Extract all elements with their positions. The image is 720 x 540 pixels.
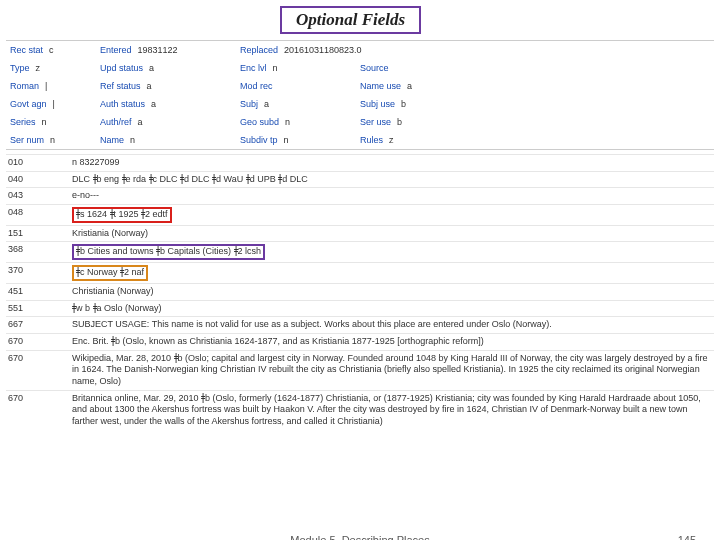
fixed-field-value: 19831122 [138, 45, 178, 55]
fixed-field-value: a [147, 81, 152, 91]
fixed-field-value: 20161031180823.0 [284, 45, 362, 55]
field-data: ǂc Norway ǂ2 naf [72, 265, 714, 281]
fixed-field-value: n [285, 117, 290, 127]
fixed-field-label: Name use [360, 81, 401, 91]
variable-field-row: 670Britannica online, Mar. 29, 2010 ǂb (… [6, 390, 714, 430]
fixed-field-cell: Govt agn| [6, 95, 96, 113]
fixed-field-cell: Rec statc [6, 41, 96, 59]
field-tag: 551 [6, 303, 40, 313]
fixed-field-label: Auth/ref [100, 117, 132, 127]
fixed-field-label: Upd status [100, 63, 143, 73]
fixed-field-value: a [264, 99, 269, 109]
fixed-field-label: Ref status [100, 81, 141, 91]
section-title: Optional Fields [280, 6, 421, 34]
field-tag: 040 [6, 174, 40, 184]
fixed-field-label: Type [10, 63, 30, 73]
fixed-field-label: Name [100, 135, 124, 145]
fixed-field-label: Replaced [240, 45, 278, 55]
variable-field-row: 043e-no--- [6, 187, 714, 204]
fixed-field-value: z [36, 63, 41, 73]
footer-module: Module 5. Describing Places [290, 534, 429, 540]
fixed-field-cell: Mod rec [236, 77, 356, 95]
variable-field-row: 151Kristiania (Norway) [6, 225, 714, 242]
fixed-field-row: Govt agn|Auth statusaSubjaSubj useb [6, 95, 714, 113]
field-data: SUBJECT USAGE: This name is not valid fo… [72, 319, 714, 331]
fixed-field-cell: Upd statusa [96, 59, 236, 77]
fixed-field-label: Rules [360, 135, 383, 145]
fixed-field-value: n [273, 63, 278, 73]
fixed-field-value: a [407, 81, 412, 91]
field-data: n 83227099 [72, 157, 714, 169]
field-tag: 670 [6, 336, 40, 346]
variable-field-row: 010n 83227099 [6, 154, 714, 171]
fixed-field-value: a [138, 117, 143, 127]
fixed-field-cell: Enc lvln [236, 59, 356, 77]
fixed-field-label: Ser use [360, 117, 391, 127]
fixed-field-cell: Source [356, 59, 476, 77]
fixed-field-label: Source [360, 63, 389, 73]
fixed-field-cell: Geo subdn [236, 113, 356, 131]
record-content: Rec statcEntered19831122Replaced20161031… [6, 40, 714, 430]
fixed-field-cell: Namen [96, 131, 236, 149]
footer-page-number: 145 [678, 534, 696, 540]
field-data: Enc. Brit. ǂb (Oslo, known as Christiani… [72, 336, 714, 348]
field-data: Wikipedia, Mar. 28, 2010 ǂb (Oslo; capit… [72, 353, 714, 388]
variable-field-row: 040DLC ǂb eng ǂe rda ǂc DLC ǂd DLC ǂd Wa… [6, 171, 714, 188]
fixed-field-row: TypezUpd statusaEnc lvlnSource [6, 59, 714, 77]
variable-field-row: 670Wikipedia, Mar. 28, 2010 ǂb (Oslo; ca… [6, 350, 714, 390]
fixed-field-cell: Subdiv tpn [236, 131, 356, 149]
fixed-field-value: n [50, 135, 55, 145]
variable-field-row: 451Christiania (Norway) [6, 283, 714, 300]
fixed-field-cell: Ser useb [356, 113, 476, 131]
fixed-field-value: c [49, 45, 54, 55]
field-data: DLC ǂb eng ǂe rda ǂc DLC ǂd DLC ǂd WaU ǂ… [72, 174, 714, 186]
highlight-purple: ǂb Cities and towns ǂb Capitals (Cities)… [72, 244, 265, 260]
fixed-field-value: a [151, 99, 156, 109]
field-tag: 451 [6, 286, 40, 296]
variable-field-row: 368ǂb Cities and towns ǂb Capitals (Citi… [6, 241, 714, 262]
field-data: Britannica online, Mar. 29, 2010 ǂb (Osl… [72, 393, 714, 428]
variable-field-row: 370ǂc Norway ǂ2 naf [6, 262, 714, 283]
field-tag: 670 [6, 393, 40, 403]
fixed-field-label: Govt agn [10, 99, 47, 109]
fixed-field-cell: Subj useb [356, 95, 476, 113]
fixed-field-label: Auth status [100, 99, 145, 109]
field-tag: 368 [6, 244, 40, 254]
fixed-field-label: Subj [240, 99, 258, 109]
fixed-field-cell: Seriesn [6, 113, 96, 131]
variable-field-row: 667SUBJECT USAGE: This name is not valid… [6, 316, 714, 333]
field-tag: 010 [6, 157, 40, 167]
fixed-field-row: Ser numnNamenSubdiv tpnRulesz [6, 131, 714, 149]
fixed-field-label: Ser num [10, 135, 44, 145]
fixed-field-value: b [397, 117, 402, 127]
variable-field-row: 048ǂs 1624 ǂt 1925 ǂ2 edtf [6, 204, 714, 225]
highlight-red: ǂs 1624 ǂt 1925 ǂ2 edtf [72, 207, 172, 223]
field-data: e-no--- [72, 190, 714, 202]
variable-field-row: 551ǂw b ǂa Oslo (Norway) [6, 300, 714, 317]
fixed-field-label: Subj use [360, 99, 395, 109]
fixed-fields-table: Rec statcEntered19831122Replaced20161031… [6, 40, 714, 150]
field-tag: 048 [6, 207, 40, 217]
field-tag: 151 [6, 228, 40, 238]
field-data: ǂs 1624 ǂt 1925 ǂ2 edtf [72, 207, 714, 223]
fixed-field-label: Mod rec [240, 81, 273, 91]
field-tag: 043 [6, 190, 40, 200]
fixed-field-label: Geo subd [240, 117, 279, 127]
fixed-field-row: SeriesnAuth/refaGeo subdnSer useb [6, 113, 714, 131]
fixed-field-value: | [45, 81, 47, 91]
fixed-field-cell: Ref statusa [96, 77, 236, 95]
fixed-field-value: b [401, 99, 406, 109]
fixed-field-value: z [389, 135, 394, 145]
variable-field-row: 670Enc. Brit. ǂb (Oslo, known as Christi… [6, 333, 714, 350]
fixed-field-cell: Typez [6, 59, 96, 77]
fixed-field-label: Entered [100, 45, 132, 55]
fixed-field-row: Rec statcEntered19831122Replaced20161031… [6, 41, 714, 59]
fixed-field-label: Enc lvl [240, 63, 267, 73]
fixed-field-cell: Ser numn [6, 131, 96, 149]
fixed-field-value: a [149, 63, 154, 73]
field-tag: 667 [6, 319, 40, 329]
field-tag: 370 [6, 265, 40, 275]
field-data: Kristiania (Norway) [72, 228, 714, 240]
highlight-orange: ǂc Norway ǂ2 naf [72, 265, 148, 281]
fixed-field-row: Roman|Ref statusaMod recName usea [6, 77, 714, 95]
